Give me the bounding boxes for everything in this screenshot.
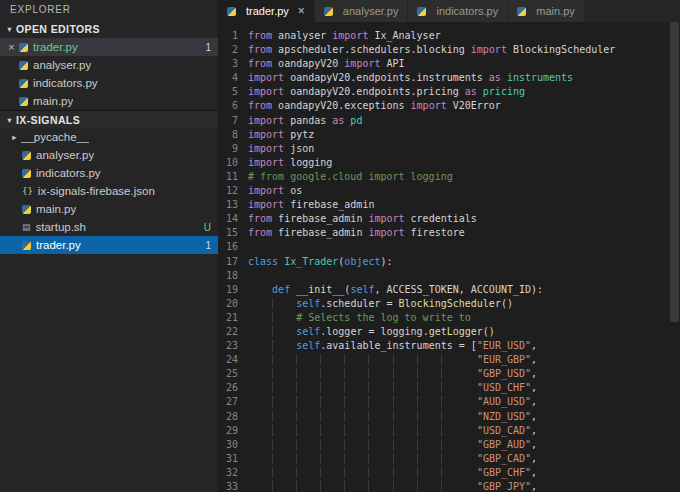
code-line[interactable]: import os [248, 184, 680, 198]
indent-guide [344, 368, 368, 379]
indent-guide [272, 439, 296, 450]
code-line[interactable]: import pandas as pd [248, 114, 680, 128]
code-line[interactable]: "USD_CHF", [248, 381, 680, 395]
code-line[interactable]: "EUR_GBP", [248, 353, 680, 367]
line-number: 14 [218, 212, 248, 226]
indent-guide [344, 425, 368, 436]
code-line[interactable]: self.available_instruments = ["EUR_USD", [248, 339, 680, 353]
code-line[interactable]: from firebase_admin import credentials [248, 212, 680, 226]
explorer-file-item[interactable]: {}ix-signals-firebase.json [0, 182, 218, 200]
code-content[interactable]: from analyser import Ix_Analyserfrom aps… [248, 29, 680, 492]
code-line[interactable]: import json [248, 142, 680, 156]
indent-guide [417, 411, 441, 422]
line-number: 18 [218, 269, 248, 283]
code-line[interactable] [248, 240, 680, 254]
indent-guide [368, 453, 392, 464]
indent-guide [368, 439, 392, 450]
code-line[interactable]: "GBP_USD", [248, 367, 680, 381]
explorer-title: EXPLORER [0, 0, 218, 20]
line-number: 28 [218, 410, 248, 424]
explorer-folder-item[interactable]: ▸__pycache__ [0, 128, 218, 146]
indent-guide [272, 312, 296, 323]
line-number: 22 [218, 325, 248, 339]
explorer-file-item[interactable]: trader.py1 [0, 236, 218, 254]
close-editor-icon[interactable]: × [4, 41, 19, 53]
tab-label: main.py [536, 5, 575, 17]
code-line[interactable]: "AUD_USD", [248, 395, 680, 409]
tab-indicators-py[interactable]: indicators.py [408, 0, 507, 22]
explorer-file-item[interactable]: ▤startup.shU [0, 218, 218, 236]
line-number-gutter: 1234567891011121314151617181920212223242… [218, 29, 248, 492]
problems-badge: 1 [199, 240, 211, 251]
code-line[interactable]: "USD_CAD", [248, 424, 680, 438]
code-line[interactable]: "GBP_CAD", [248, 452, 680, 466]
open-editor-item[interactable]: ×trader.py1 [0, 38, 218, 56]
indent-guide [320, 467, 344, 478]
indent-guide [393, 368, 417, 379]
code-line[interactable]: import oandapyV20.endpoints.pricing as p… [248, 85, 680, 99]
code-line[interactable]: from apscheduler.schedulers.blocking imp… [248, 43, 680, 57]
workspace-section-header[interactable]: ▾ IX-SIGNALS [0, 110, 218, 128]
indent-guide [441, 439, 465, 450]
indent-guide [441, 354, 465, 365]
open-editor-item[interactable]: analyser.py [0, 56, 218, 74]
indent-guide [368, 481, 392, 492]
indent-guide [368, 368, 392, 379]
file-name: startup.sh [36, 221, 87, 233]
code-editor[interactable]: 1234567891011121314151617181920212223242… [218, 22, 680, 492]
code-line[interactable]: import pytz [248, 128, 680, 142]
code-line[interactable]: from analyser import Ix_Analyser [248, 29, 680, 43]
file-name: trader.py [36, 239, 81, 251]
open-editor-item[interactable]: indicators.py [0, 74, 218, 92]
indent-guide [320, 481, 344, 492]
line-number: 13 [218, 198, 248, 212]
code-line[interactable]: import oandapyV20.endpoints.instruments … [248, 71, 680, 85]
code-line[interactable]: "GBP_AUD", [248, 438, 680, 452]
line-number: 24 [218, 353, 248, 367]
code-line[interactable]: # from google.cloud import logging [248, 170, 680, 184]
vscode-window: EXPLORER ▾ OPEN EDITORS ×trader.py1analy… [0, 0, 680, 492]
python-file-icon [22, 241, 31, 250]
python-file-icon [22, 169, 31, 178]
indent-guide [296, 425, 320, 436]
code-line[interactable]: def __init__(self, ACCESS_TOKEN, ACCOUNT… [248, 283, 680, 297]
explorer-file-item[interactable]: indicators.py [0, 164, 218, 182]
line-number: 9 [218, 142, 248, 156]
indent-guide [368, 382, 392, 393]
scrollbar-thumb[interactable] [670, 22, 679, 322]
indent-guide [296, 467, 320, 478]
indent-guide [296, 354, 320, 365]
indent-guide [272, 368, 296, 379]
line-number: 21 [218, 311, 248, 325]
code-line[interactable]: from oandapyV20 import API [248, 57, 680, 71]
file-name: analyser.py [33, 59, 91, 71]
indent-guide [344, 411, 368, 422]
code-line[interactable]: # Selects the log to write to [248, 311, 680, 325]
close-tab-icon[interactable]: × [298, 5, 305, 17]
indent-guide [393, 411, 417, 422]
line-number: 6 [218, 99, 248, 113]
indent-guide [296, 481, 320, 492]
tab-main-py[interactable]: main.py [508, 0, 584, 22]
code-line[interactable]: import logging [248, 156, 680, 170]
explorer-file-item[interactable]: main.py [0, 200, 218, 218]
indent-guide [441, 481, 465, 492]
code-line[interactable]: import firebase_admin [248, 198, 680, 212]
code-line[interactable]: class Ix_Trader(object): [248, 255, 680, 269]
code-line[interactable]: self.scheduler = BlockingScheduler() [248, 297, 680, 311]
code-line[interactable] [248, 269, 680, 283]
code-line[interactable]: "GBP_CHF", [248, 466, 680, 480]
indent-guide [441, 382, 465, 393]
tab-trader-py[interactable]: trader.py× [218, 0, 314, 22]
explorer-file-item[interactable]: analyser.py [0, 146, 218, 164]
open-editor-item[interactable]: main.py [0, 92, 218, 110]
code-line[interactable]: from firebase_admin import firestore [248, 226, 680, 240]
indent-guide [368, 467, 392, 478]
code-line[interactable]: "NZD_USD", [248, 410, 680, 424]
open-editors-section-header[interactable]: ▾ OPEN EDITORS [0, 20, 218, 38]
code-line[interactable]: from oandapyV20.exceptions import V20Err… [248, 99, 680, 113]
tab-analyser-py[interactable]: analyser.py [315, 0, 408, 22]
code-line[interactable]: "GBP_JPY", [248, 480, 680, 492]
code-line[interactable]: self.logger = logging.getLogger() [248, 325, 680, 339]
indent-guide [272, 467, 296, 478]
